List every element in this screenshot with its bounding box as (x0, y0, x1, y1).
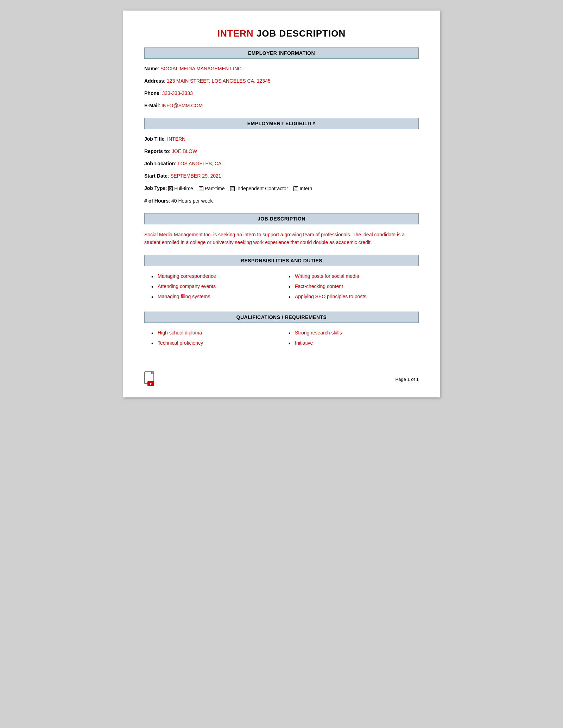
employer-address-label: Address (144, 78, 164, 84)
checkbox-fulltime-box: ☒ (168, 186, 173, 191)
employer-email-value: INFO@SMM.COM (162, 103, 203, 108)
hours-row: # of Hours: 40 Hours per week (144, 197, 419, 205)
title-black-part: JOB DESCRIPTION (254, 28, 346, 39)
eligibility-header: EMPLOYMENT ELIGIBILITY (144, 118, 419, 129)
qualifications-list: High school diploma Technical proficienc… (144, 329, 419, 350)
employer-name-row: Name: SOCIAL MEDIA MANAGEMENT INC. (144, 65, 419, 72)
responsibilities-header: RESPONSIBILITIES AND DUTIES (144, 255, 419, 266)
qualifications-header: QUALIFICATIONS / REQUIREMENTS (144, 312, 419, 323)
checkbox-fulltime: ☒ Full-time (168, 185, 193, 192)
employer-address-value: 123 MAIN STREET, LOS ANGELES CA, 12345 (167, 78, 271, 84)
list-item: Technical proficiency (151, 339, 282, 347)
employer-email-row: E-Mail: INFO@SMM.COM (144, 102, 419, 109)
qualifications-col2: Strong research skills Initiative (282, 329, 419, 350)
employer-header: EMPLOYER INFORMATION (144, 47, 419, 59)
main-title: INTERN JOB DESCRIPTION (144, 28, 419, 39)
reports-to-row: Reports to: JOE BLOW (144, 148, 419, 155)
checkbox-contractor-label: Independent Contractor (236, 185, 288, 192)
employer-email-label: E-Mail (144, 103, 159, 108)
document-page: INTERN JOB DESCRIPTION EMPLOYER INFORMAT… (123, 11, 440, 397)
checkbox-fulltime-label: Full-time (174, 185, 193, 192)
svg-text:e: e (150, 382, 152, 385)
responsibilities-col2: Writing posts for social media Fact-chec… (282, 273, 419, 303)
job-description-section: JOB DESCRIPTION Social Media Management … (144, 213, 419, 247)
hours-label: # of Hours (144, 198, 169, 204)
employer-name-label: Name (144, 66, 158, 71)
list-item: Managing filing systems (151, 293, 282, 300)
title-red-part: INTERN (217, 28, 254, 39)
eligibility-info-block: Job Title: INTERN Reports to: JOE BLOW J… (144, 135, 419, 205)
checkbox-contractor-box: □ (230, 186, 235, 191)
employer-phone-value: 333-333-3333 (162, 90, 193, 96)
list-item: Fact-checking content (289, 283, 419, 290)
checkbox-parttime: □ Part-time (199, 185, 225, 192)
job-location-value: LOS ANGELES, CA (178, 161, 222, 166)
start-date-row: Start Date: SEPTEMBER 29, 2021 (144, 172, 419, 180)
employer-address-row: Address: 123 MAIN STREET, LOS ANGELES CA… (144, 77, 419, 85)
job-location-label: Job Location (144, 161, 175, 166)
document-icon: e (144, 371, 157, 387)
eligibility-section: EMPLOYMENT ELIGIBILITY Job Title: INTERN… (144, 118, 419, 205)
list-item: Strong research skills (289, 329, 419, 337)
employer-info-block: Name: SOCIAL MEDIA MANAGEMENT INC. Addre… (144, 65, 419, 109)
list-item: Managing correspondence (151, 273, 282, 280)
responsibilities-list: Managing correspondence Attending compan… (144, 273, 419, 303)
checkbox-parttime-label: Part-time (205, 185, 225, 192)
job-type-row: Job Type: ☒ Full-time □ Part-time □ Inde… (144, 185, 419, 192)
page-number: Page 1 of 1 (396, 377, 419, 382)
qualifications-section: QUALIFICATIONS / REQUIREMENTS High schoo… (144, 312, 419, 350)
employer-phone-label: Phone (144, 90, 159, 96)
job-title-value: INTERN (167, 136, 185, 142)
job-title-row: Job Title: INTERN (144, 135, 419, 143)
reports-to-label: Reports to (144, 148, 169, 154)
job-title-label: Job Title (144, 136, 164, 142)
job-description-header: JOB DESCRIPTION (144, 213, 419, 224)
hours-value: 40 Hours per week (171, 198, 213, 204)
responsibilities-col1: Managing correspondence Attending compan… (144, 273, 282, 303)
checkbox-intern: □ Intern (293, 185, 312, 192)
job-type-label: Job Type (144, 185, 165, 191)
footer: e Page 1 of 1 (144, 371, 419, 387)
list-item: Initiative (289, 339, 419, 347)
checkbox-intern-box: □ (293, 186, 298, 191)
job-location-row: Job Location: LOS ANGELES, CA (144, 160, 419, 167)
reports-to-value: JOE BLOW (172, 148, 197, 154)
list-item: Attending company events (151, 283, 282, 290)
list-item: Applying SEO principles to posts (289, 293, 419, 300)
employer-name-value: SOCIAL MEDIA MANAGEMENT INC. (160, 66, 243, 71)
checkbox-parttime-box: □ (199, 186, 203, 191)
checkbox-intern-label: Intern (299, 185, 312, 192)
employer-section: EMPLOYER INFORMATION Name: SOCIAL MEDIA … (144, 47, 419, 109)
list-item: Writing posts for social media (289, 273, 419, 280)
list-item: High school diploma (151, 329, 282, 337)
start-date-label: Start Date (144, 173, 167, 179)
start-date-value: SEPTEMBER 29, 2021 (170, 173, 221, 179)
qualifications-col1: High school diploma Technical proficienc… (144, 329, 282, 350)
responsibilities-section: RESPONSIBILITIES AND DUTIES Managing cor… (144, 255, 419, 303)
job-description-text: Social Media Management Inc. is seeking … (144, 231, 419, 247)
checkbox-contractor: □ Independent Contractor (230, 185, 288, 192)
employer-phone-row: Phone: 333-333-3333 (144, 90, 419, 97)
